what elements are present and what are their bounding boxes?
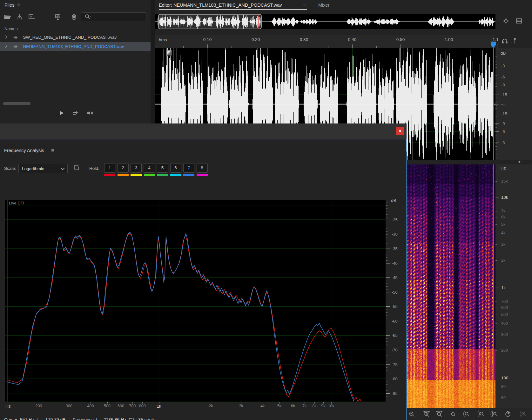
plot-db-tick-label: -70 <box>392 347 398 352</box>
hold-button-3[interactable]: 3 <box>131 163 142 173</box>
db-tick-label: -3 <box>501 63 505 68</box>
zoom-reset-icon[interactable] <box>449 410 457 418</box>
selection-left-handle[interactable] <box>158 17 159 26</box>
tab-mixer[interactable]: Mixer <box>318 3 329 8</box>
time-tick-label: 0:30 <box>300 37 308 42</box>
files-horizontal-scrollbar[interactable] <box>3 102 30 105</box>
hz-tick-label: 100 <box>501 376 508 380</box>
plot-hz-axis-title: Hz <box>5 404 11 409</box>
frequency-analysis-titlebar[interactable]: × <box>0 123 407 139</box>
zoom-in-left-edge-icon[interactable] <box>462 410 470 418</box>
close-icon[interactable]: × <box>396 127 404 135</box>
file-name[interactable]: SW_RED_ONE_ETHNIC _AND_ PODCAST.wav <box>23 35 117 40</box>
list-view-icon[interactable] <box>515 17 523 25</box>
plot-db-tick-label: -30 <box>392 232 398 237</box>
expand-chevron-icon[interactable] <box>4 45 7 48</box>
frequency-analysis-plot[interactable] <box>5 200 386 402</box>
hz-tick-label: 15k <box>501 179 508 183</box>
plot-db-tick-label: -85 <box>392 391 398 396</box>
plot-db-tick-label: -80 <box>392 377 398 381</box>
editor-panel-menu-icon[interactable]: ≡ <box>303 2 306 8</box>
timer-icon[interactable] <box>504 410 512 418</box>
files-column-header[interactable]: Name ↓ <box>0 25 151 33</box>
clip-gain-badge[interactable] <box>166 50 172 56</box>
plot-db-tick-label: -55 <box>392 304 398 309</box>
open-file-icon[interactable] <box>4 13 11 20</box>
scale-label: Scale: <box>4 166 16 171</box>
hz-tick-label: 600 <box>501 305 508 310</box>
name-column-label[interactable]: Name <box>4 26 16 31</box>
amplitude-db-ruler[interactable]: dB -3-3-6-6-9-9-15-15-∞ <box>495 48 532 160</box>
zoom-in-right-edge-icon[interactable] <box>477 410 485 418</box>
frequency-hz-ruler[interactable]: Hz 15k10k7k6k5k4k3k2k1k70060050040030020… <box>495 164 532 408</box>
play-icon[interactable] <box>58 110 65 117</box>
plot-db-tick-label: -60 <box>392 318 398 323</box>
chevron-down-icon <box>61 166 65 170</box>
import-file-icon[interactable] <box>16 13 23 20</box>
search-icon <box>84 13 91 20</box>
selection-right-handle[interactable] <box>260 17 262 26</box>
overview-selection-box[interactable] <box>158 14 262 29</box>
new-item-icon[interactable] <box>28 13 35 20</box>
hold-button-6[interactable]: 6 <box>170 163 181 173</box>
plot-hz-axis: Hz 2003004005006007008001k2k3k4k5k6k7k8k… <box>5 402 395 410</box>
snapshot-icon[interactable] <box>73 164 80 171</box>
waveform-file-icon <box>12 35 19 40</box>
plot-hz-tick-label: 2k <box>209 404 213 408</box>
pin-marker-icon[interactable] <box>511 37 519 45</box>
plot-hz-tick-label: 3k <box>239 404 243 408</box>
plot-db-tick-label: -75 <box>392 362 398 367</box>
hz-tick-label: 60 <box>501 396 506 400</box>
zoom-out-horizontal-icon[interactable] <box>436 410 443 418</box>
timeline-ruler[interactable]: hms 0:100:200:300:400:501:001:1 <box>155 35 495 49</box>
insert-into-multitrack-icon[interactable] <box>55 13 62 20</box>
files-panel-menu-icon[interactable]: ≡ <box>17 2 20 8</box>
plot-db-axis: dB -25-30-35-40-45-50-55-60-65-70-75-80-… <box>386 200 405 402</box>
vertical-zoom-icon[interactable] <box>519 410 527 418</box>
zoom-selection-icon[interactable] <box>490 410 498 418</box>
hold-button-4[interactable]: 4 <box>144 163 155 173</box>
hold-color-swatch <box>157 174 168 176</box>
hold-color-swatch <box>118 174 129 176</box>
plot-hz-tick-label: 200 <box>35 404 42 408</box>
zoom-in-horizontal-icon[interactable] <box>423 410 431 418</box>
spectrogram-display[interactable] <box>407 164 495 408</box>
time-tick-label: 0:20 <box>252 37 260 42</box>
plot-db-tick-label: -50 <box>392 290 398 294</box>
headphones-icon[interactable] <box>501 37 509 45</box>
tab-editor[interactable]: Editor: NEUMANN_TLM103_ETHNIC_AND_PODCAS… <box>159 3 282 8</box>
db-tick-label: -6 <box>501 129 505 134</box>
trash-icon[interactable] <box>71 13 77 20</box>
file-name[interactable]: NEUMANN_TLM103_ETHNIC_AND_PODCAST.wav <box>23 44 124 49</box>
db-ruler-title: dB <box>501 51 506 56</box>
file-row[interactable]: NEUMANN_TLM103_ETHNIC_AND_PODCAST.wav <box>0 42 151 51</box>
hold-button-1[interactable]: 1 <box>104 163 115 173</box>
zoom-navigate-icon[interactable] <box>502 17 510 25</box>
hold-color-swatch <box>197 174 208 176</box>
hz-tick-label: 4k <box>501 231 505 235</box>
hold-button-8[interactable]: 8 <box>197 163 208 173</box>
file-row[interactable]: SW_RED_ONE_ETHNIC _AND_ PODCAST.wav <box>0 33 151 42</box>
hold-button-2[interactable]: 2 <box>118 163 129 173</box>
zoom-out-icon[interactable] <box>408 410 416 418</box>
time-tick-label: 0:50 <box>396 37 405 42</box>
expand-chevron-icon[interactable] <box>4 36 7 39</box>
loop-playback-icon[interactable] <box>72 110 79 117</box>
collapse-arrow-icon[interactable]: ▾ <box>518 159 521 164</box>
db-tick-label: -15 <box>501 92 507 97</box>
scale-value: Logarithmic <box>22 166 44 171</box>
scale-dropdown[interactable]: Logarithmic <box>18 164 68 173</box>
timeline-unit-label: hms <box>159 37 167 42</box>
hold-button-5[interactable]: 5 <box>157 163 168 173</box>
plot-db-tick-label: -65 <box>392 333 398 338</box>
hz-tick-label: 80 <box>501 384 506 389</box>
plot-hz-tick-label: 4k <box>260 404 265 408</box>
plot-hz-tick-label: 5k <box>277 404 281 408</box>
hz-tick-label: 1k <box>501 285 506 290</box>
files-search-input[interactable] <box>81 12 146 21</box>
auto-play-speaker-icon[interactable] <box>86 110 93 117</box>
frequency-analysis-menu-icon[interactable]: ≡ <box>51 148 54 153</box>
hold-button-7[interactable]: 7 <box>183 163 194 173</box>
hz-tick-label: 7k <box>501 209 505 213</box>
cursor-status: Cursor: 557 Hz, L = -179,79 dB <box>4 417 66 420</box>
